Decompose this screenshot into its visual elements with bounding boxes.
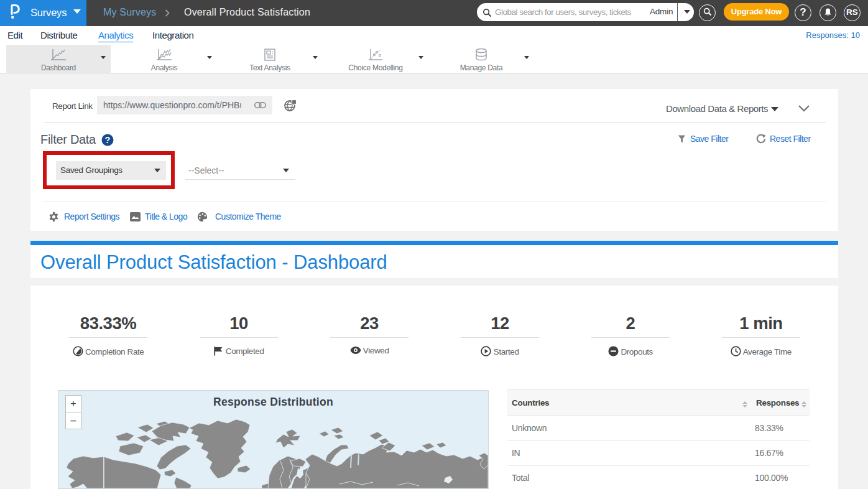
svg-text:?: ? [105, 135, 111, 145]
